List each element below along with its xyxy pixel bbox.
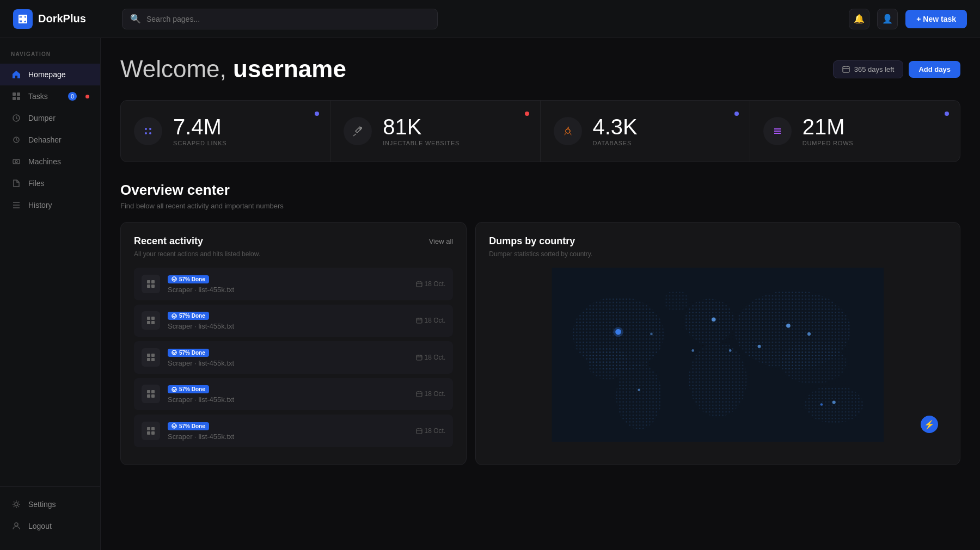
new-task-button[interactable]: + New task (905, 10, 967, 28)
injectable-value: 81K (383, 116, 460, 138)
svg-rect-49 (416, 429, 422, 434)
activity-item-name: Scraper · list-455k.txt (168, 286, 408, 294)
activity-item: 57% Done Scraper · list-455k.txt 18 Oct. (134, 378, 453, 411)
main-content: Welcome, username 365 days left Add days… (101, 38, 980, 550)
activity-item-icon (142, 311, 160, 330)
home-icon (11, 69, 22, 80)
svg-point-17 (149, 132, 151, 134)
sidebar-item-tasks[interactable]: Tasks 0 (0, 85, 100, 107)
activity-item-info: 57% Done Scraper · list-455k.txt (168, 348, 408, 367)
history-icon (11, 200, 22, 211)
tasks-badge-dot (85, 95, 89, 98)
stat-card-scraped: 7.4M SCRAPED LINKS (121, 101, 330, 162)
databases-dot (734, 112, 739, 116)
activity-item-icon (142, 385, 160, 403)
activity-item-date: 18 Oct. (416, 354, 446, 361)
svg-point-56 (689, 342, 747, 417)
svg-point-11 (15, 503, 18, 506)
svg-rect-34 (147, 358, 150, 361)
overview-subtitle: Find below all recent activity and impor… (120, 202, 960, 210)
days-badge-area: 365 days left Add days (833, 60, 960, 78)
welcome-heading: Welcome, username (120, 55, 346, 83)
svg-rect-31 (416, 318, 422, 323)
search-input[interactable] (146, 9, 430, 29)
svg-rect-26 (147, 317, 150, 320)
country-panel-header: Dumps by country (489, 236, 947, 247)
logout-icon (11, 521, 22, 532)
machines-icon (11, 156, 22, 167)
sidebar-item-machines[interactable]: Machines (0, 151, 100, 172)
svg-point-2 (20, 19, 22, 21)
view-all-link[interactable]: View all (429, 237, 454, 245)
databases-value: 4.3K (593, 116, 638, 138)
files-icon (11, 178, 22, 189)
notifications-button[interactable]: 🔔 (849, 9, 869, 29)
svg-rect-20 (147, 280, 150, 283)
sidebar-item-dumper[interactable]: Dumper (0, 107, 100, 129)
sidebar-item-history-label: History (28, 201, 52, 209)
sidebar-item-dehasher[interactable]: Dehasher (0, 129, 100, 151)
user-menu-button[interactable]: 👤 (877, 9, 898, 29)
dumped-value: 21M (803, 116, 854, 138)
logo-icon (13, 9, 33, 29)
calendar-icon (842, 65, 850, 73)
sidebar-item-settings[interactable]: Settings (0, 493, 100, 515)
sidebar-item-logout[interactable]: Logout (0, 515, 100, 537)
svg-point-14 (145, 128, 147, 130)
world-map-svg (489, 268, 947, 442)
sidebar-item-history[interactable]: History (0, 194, 100, 216)
svg-rect-43 (416, 392, 422, 397)
svg-rect-22 (147, 285, 150, 288)
search-bar[interactable]: 🔍 (122, 9, 438, 29)
activity-item: 57% Done Scraper · list-455k.txt 18 Oct. (134, 268, 453, 300)
svg-rect-23 (151, 285, 155, 288)
user-icon: 👤 (882, 14, 893, 24)
svg-rect-5 (17, 92, 20, 96)
username: username (233, 55, 346, 82)
world-map-container: ⚡ (489, 268, 947, 442)
activity-panel-subtitle: All your recent actions and hits listed … (134, 250, 453, 258)
svg-rect-0 (20, 16, 22, 18)
sidebar-item-dehasher-label: Dehasher (28, 135, 62, 144)
activity-item: 57% Done Scraper · list-455k.txt 18 Oct. (134, 341, 453, 374)
svg-rect-38 (147, 390, 150, 393)
scraped-icon (134, 117, 162, 145)
sidebar-item-tasks-label: Tasks (28, 92, 48, 101)
injectable-icon (344, 117, 372, 145)
svg-rect-28 (147, 321, 150, 324)
svg-point-59 (805, 386, 863, 423)
scraped-label: SCRAPED LINKS (173, 140, 226, 146)
svg-rect-44 (147, 427, 150, 430)
add-days-button[interactable]: Add days (909, 61, 960, 78)
activity-item: 57% Done Scraper · list-455k.txt 18 Oct. (134, 415, 453, 447)
activity-status-badge: 57% Done (168, 349, 209, 357)
injectable-label: INJECTABLE WEBSITES (383, 140, 460, 146)
svg-point-66 (832, 401, 836, 404)
sidebar-item-files[interactable]: Files (0, 172, 100, 194)
svg-rect-7 (17, 97, 20, 100)
svg-rect-32 (147, 354, 150, 357)
svg-rect-35 (151, 358, 155, 361)
svg-rect-21 (151, 280, 155, 283)
days-left-badge: 365 days left (833, 60, 904, 78)
sidebar-item-homepage[interactable]: Homepage (0, 64, 100, 85)
welcome-prefix: Welcome, (120, 55, 233, 82)
databases-label: DATABASES (593, 140, 638, 146)
svg-point-63 (712, 317, 716, 322)
activity-item-date: 18 Oct. (416, 317, 446, 324)
stat-card-databases: 4.3K DATABASES (541, 101, 750, 162)
svg-point-72 (650, 333, 653, 336)
activity-item-icon (142, 275, 160, 293)
activity-item-date: 18 Oct. (416, 280, 446, 288)
country-panel-title: Dumps by country (489, 236, 575, 247)
activity-item-date: 18 Oct. (416, 390, 446, 398)
nav-section-label: NAVIGATION (0, 51, 100, 57)
layout: NAVIGATION Homepage Tasks 0 Dumper (0, 38, 980, 550)
activity-item-icon (142, 422, 160, 440)
settings-icon (11, 499, 22, 510)
dumper-icon (11, 113, 22, 123)
activity-panel-title: Recent activity (134, 236, 203, 247)
stats-row: 7.4M SCRAPED LINKS 81K INJECTABLE WEBSIT… (120, 100, 960, 162)
sidebar-item-dumper-label: Dumper (28, 114, 56, 122)
svg-point-69 (820, 403, 823, 406)
